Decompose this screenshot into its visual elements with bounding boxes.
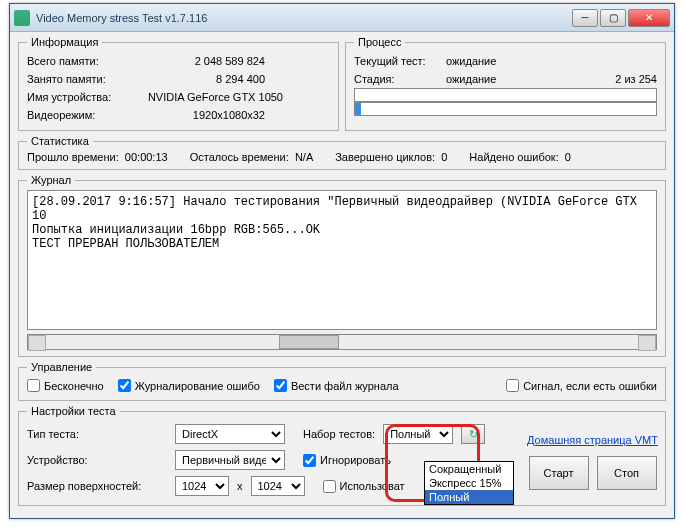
log-legend: Журнал [27, 174, 75, 186]
current-test-value: ожидание [446, 52, 657, 70]
mem-used-label: Занято памяти: [27, 70, 145, 88]
surf-h-select[interactable]: 1024 [251, 476, 305, 496]
mode-value: 1920x1080x32 [145, 106, 265, 124]
app-icon [14, 10, 30, 26]
testset-label: Набор тестов: [303, 428, 375, 440]
type-select[interactable]: DirectX [175, 424, 285, 444]
testset-dropdown[interactable]: Сокращенный Экспресс 15% Полный [424, 461, 514, 505]
device-select[interactable]: Первичный видеод [175, 450, 285, 470]
remain-label: Осталось времени: [190, 151, 289, 163]
testset-option-short[interactable]: Сокращенный [425, 462, 513, 476]
device-select-label: Устройство: [27, 454, 167, 466]
elapsed-value: 00:00:13 [125, 151, 168, 163]
log-textarea[interactable] [27, 190, 657, 330]
maximize-button[interactable]: ▢ [600, 9, 626, 27]
test-count: 2 из 254 [615, 70, 657, 88]
surf-label: Размер поверхностей: [27, 480, 167, 492]
testset-option-full[interactable]: Полный [425, 490, 513, 504]
testset-option-express[interactable]: Экспресс 15% [425, 476, 513, 490]
beep-checkbox[interactable]: Сигнал, если есть ошибки [506, 379, 657, 392]
window-buttons: ─ ▢ ✕ [572, 9, 670, 27]
refresh-button[interactable]: ↻ [461, 424, 485, 444]
start-button[interactable]: Старт [529, 456, 589, 490]
testset-select[interactable]: Полный [383, 424, 453, 444]
log-scrollbar-horizontal[interactable] [27, 334, 657, 350]
process-group: Процесс Текущий тест:ожидание Стадия:ожи… [345, 36, 666, 131]
stage-value: ожидание [446, 70, 615, 88]
minimize-button[interactable]: ─ [572, 9, 598, 27]
homepage-link[interactable]: Домашняя страница VMT [527, 434, 658, 446]
mode-label: Видеорежим: [27, 106, 145, 124]
use-checkbox[interactable]: Использоват [323, 480, 405, 493]
surf-w-select[interactable]: 1024 [175, 476, 229, 496]
mem-used-value: 8 294 400 [145, 70, 265, 88]
right-column: Домашняя страница VMT Старт Стоп [515, 434, 670, 490]
titlebar[interactable]: Video Memory stress Test v1.7.116 ─ ▢ ✕ [10, 4, 674, 32]
info-group: Информация Всего памяти:2 048 589 824 За… [18, 36, 339, 131]
type-label: Тип теста: [27, 428, 167, 440]
progress-current [354, 102, 657, 116]
stage-label: Стадия: [354, 70, 446, 88]
ignore-checkbox[interactable]: Игнорировать [303, 454, 391, 467]
errors-label: Найдено ошибок: [469, 151, 558, 163]
errors-value: 0 [565, 151, 571, 163]
settings-legend: Настройки теста [27, 405, 120, 417]
current-test-label: Текущий тест: [354, 52, 446, 70]
device-label: Имя устройства: [27, 88, 145, 106]
device-value: NVIDIA GeForce GTX 1050 [145, 88, 283, 106]
cycles-value: 0 [441, 151, 447, 163]
info-legend: Информация [27, 36, 102, 48]
log-errors-checkbox[interactable]: Журналирование ошибо [118, 379, 260, 392]
cycles-label: Завершено циклов: [335, 151, 435, 163]
stop-button[interactable]: Стоп [597, 456, 657, 490]
elapsed-label: Прошло времени: [27, 151, 119, 163]
process-legend: Процесс [354, 36, 405, 48]
control-group: Управление Бесконечно Журналирование оши… [18, 361, 666, 401]
window-title: Video Memory stress Test v1.7.116 [36, 12, 572, 24]
log-file-checkbox[interactable]: Вести файл журнала [274, 379, 399, 392]
infinite-checkbox[interactable]: Бесконечно [27, 379, 104, 392]
mem-total-label: Всего памяти: [27, 52, 145, 70]
close-button[interactable]: ✕ [628, 9, 670, 27]
stats-group: Статистика Прошло времени: 00:00:13 Оста… [18, 135, 666, 170]
control-legend: Управление [27, 361, 96, 373]
remain-value: N/A [295, 151, 313, 163]
progress-overall [354, 88, 657, 102]
log-group: Журнал [18, 174, 666, 357]
stats-legend: Статистика [27, 135, 93, 147]
mem-total-value: 2 048 589 824 [145, 52, 265, 70]
